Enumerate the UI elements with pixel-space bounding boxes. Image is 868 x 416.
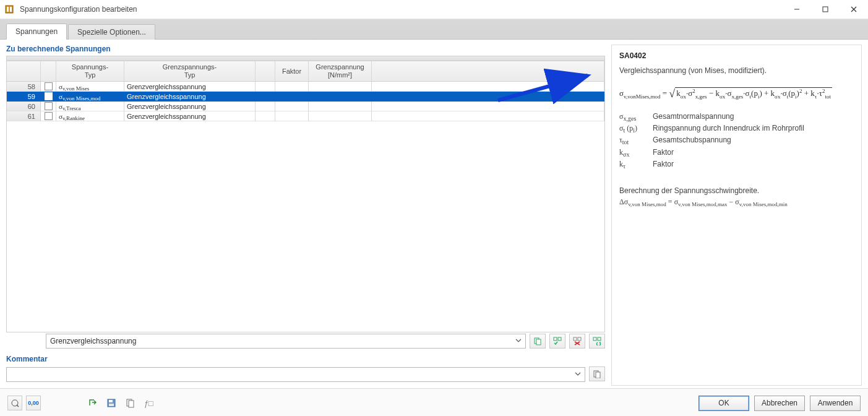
col-gap: [256, 61, 275, 82]
section-title: Zu berechnende Spannungen: [6, 45, 605, 53]
help-delta-formula: Δσv,von Mises,mod = σv,von Mises,mod,max…: [619, 197, 854, 207]
help-code: SA0402: [619, 51, 854, 60]
row-number: 59: [7, 92, 41, 102]
row-stress-type: σv,von Mises: [56, 82, 124, 92]
kommentar-pick-button[interactable]: [589, 366, 605, 381]
close-button[interactable]: [840, 0, 868, 19]
col-limit-type: Grenzspannungs- Typ: [124, 61, 256, 82]
window-title: Spannungskonfiguration bearbeiten: [20, 5, 783, 14]
kommentar-label: Kommentar: [6, 355, 605, 363]
col-number: [7, 61, 41, 82]
import-button[interactable]: [85, 396, 100, 410]
row-stress-type: σv,von Mises,mod: [56, 92, 124, 102]
tab-spannungen[interactable]: Spannungen: [6, 24, 67, 40]
limit-type-combo[interactable]: Grenzvergleichsspannung: [46, 334, 526, 349]
ok-button[interactable]: OK: [698, 396, 749, 411]
limit-type-selected: Grenzvergleichsspannung: [50, 337, 136, 345]
svg-rect-26: [129, 401, 134, 407]
dialog-footer: 0,00 ƒ□ OK Abbrechen Anwenden: [0, 388, 868, 416]
check-all-button[interactable]: [549, 334, 565, 349]
help-calc-text: Berechnung der Spannungsschwingbreite.: [619, 186, 854, 195]
function-button[interactable]: ƒ□: [141, 396, 156, 410]
svg-rect-1: [7, 7, 9, 12]
row-limit-type: Grenzvergleichsspannung: [124, 111, 256, 121]
table-row[interactable]: 58σv,von MisesGrenzvergleichsspannung: [7, 82, 604, 92]
help-title: Vergleichsspannung (von Mises, modifizie…: [619, 66, 854, 75]
help-button[interactable]: [7, 396, 22, 410]
svg-rect-15: [593, 337, 596, 340]
delete-selected-button[interactable]: [569, 334, 585, 349]
tab-spezielle-label: Spezielle Optionen...: [77, 28, 146, 37]
col-factor: Faktor: [275, 61, 309, 82]
tab-spannungen-label: Spannungen: [15, 27, 58, 36]
svg-rect-16: [598, 337, 601, 340]
row-number: 60: [7, 102, 41, 111]
row-number: 61: [7, 111, 41, 121]
svg-rect-8: [536, 339, 541, 345]
col-stress-type: Spannungs- Typ: [56, 61, 124, 82]
copy-list-button[interactable]: [530, 334, 546, 349]
tab-spezielle-optionen[interactable]: Spezielle Optionen...: [68, 24, 155, 40]
row-stress-type: σv,Tresca: [56, 102, 124, 111]
svg-rect-24: [109, 404, 114, 406]
reset-button[interactable]: [589, 334, 605, 349]
svg-rect-23: [109, 400, 113, 402]
row-checkbox[interactable]: [41, 111, 56, 121]
row-limit-type: Grenzvergleichsspannung: [124, 92, 256, 102]
apply-button[interactable]: Anwenden: [810, 396, 861, 411]
chevron-down-icon: [515, 337, 522, 345]
row-checkbox[interactable]: [41, 82, 56, 92]
definitions: σx,gesGesamtnormalspannung σt (pi)Ringsp…: [619, 112, 854, 170]
table-row[interactable]: 59σv,von Mises,modGrenzvergleichsspannun…: [7, 92, 604, 102]
tab-strip: Spannungen Spezielle Optionen...: [0, 19, 868, 40]
app-icon: [4, 4, 15, 15]
grid-header: Spannungs- Typ Grenzspannungs- Typ Fakto…: [7, 61, 604, 82]
save-button[interactable]: [104, 396, 119, 410]
svg-rect-18: [596, 372, 600, 378]
units-button[interactable]: 0,00: [26, 396, 41, 410]
clipboard-button[interactable]: [122, 396, 137, 410]
table-row[interactable]: 61σv,RankineGrenzvergleichsspannung: [7, 111, 604, 121]
row-checkbox[interactable]: [41, 102, 56, 111]
col-rest: [372, 61, 604, 82]
kommentar-combo[interactable]: [6, 367, 585, 382]
svg-rect-11: [574, 337, 577, 340]
col-check: [41, 61, 56, 82]
row-checkbox[interactable]: [41, 92, 56, 102]
row-limit-type: Grenzvergleichsspannung: [124, 82, 256, 92]
svg-line-21: [17, 405, 19, 407]
cancel-button[interactable]: Abbrechen: [754, 396, 805, 411]
svg-rect-4: [823, 7, 828, 12]
svg-rect-12: [578, 337, 581, 340]
row-limit-type: Grenzvergleichsspannung: [124, 102, 256, 111]
title-bar: Spannungskonfiguration bearbeiten: [0, 0, 868, 19]
minimize-button[interactable]: [783, 0, 811, 19]
table-row[interactable]: 60σv,TrescaGrenzvergleichsspannung: [7, 102, 604, 111]
col-limit-stress: Grenzspannung [N/mm²]: [309, 61, 372, 82]
maximize-button[interactable]: [811, 0, 840, 19]
chevron-down-icon: [575, 370, 581, 379]
stress-grid[interactable]: Spannungs- Typ Grenzspannungs- Typ Fakto…: [6, 56, 605, 332]
row-stress-type: σv,Rankine: [56, 111, 124, 121]
row-number: 58: [7, 82, 41, 92]
formula: σv,vonMises,mod = √ kσx·σ2x,ges − kσx·σx…: [619, 86, 854, 100]
help-pane: SA0402 Vergleichsspannung (von Mises, mo…: [611, 45, 862, 386]
svg-rect-9: [554, 337, 557, 340]
svg-rect-10: [558, 337, 561, 340]
svg-rect-0: [6, 6, 13, 13]
svg-rect-2: [10, 7, 12, 12]
